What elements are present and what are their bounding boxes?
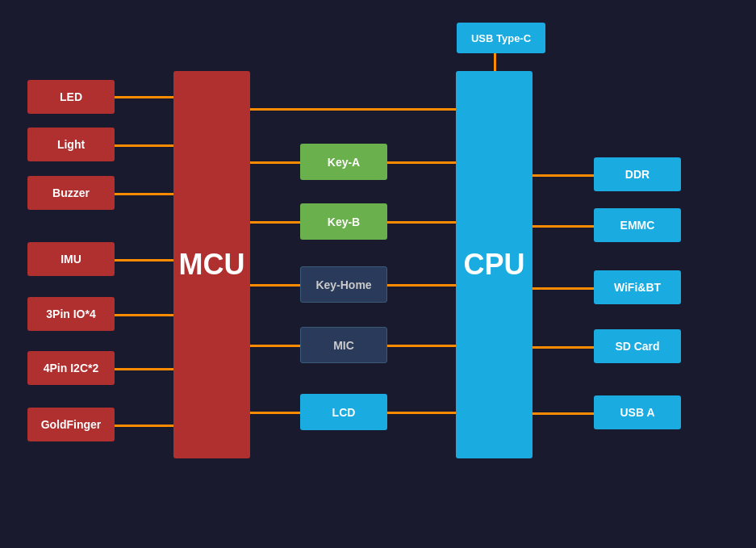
led-box: LED (27, 80, 115, 114)
line-buzzer-mcu (115, 193, 174, 195)
line-cpu-usba (533, 412, 594, 415)
block-diagram: USB Type-C LED Light Buzzer IMU 3Pin IO*… (0, 0, 756, 548)
light-box: Light (27, 128, 115, 161)
line-led-mcu (115, 96, 174, 98)
mcu-box: MCU (173, 71, 250, 458)
line-cpu-sdcard (533, 346, 594, 349)
usb-vertical-line (494, 53, 496, 73)
line-mcu-cpu-1 (250, 108, 457, 111)
3pin-box: 3Pin IO*4 (27, 297, 115, 331)
key-b-box: Key-B (300, 203, 387, 240)
line-light-mcu (115, 144, 174, 147)
4pin-box: 4Pin I2C*2 (27, 351, 115, 385)
usba-box: USB A (594, 395, 681, 429)
line-cpu-ddr (533, 174, 594, 177)
line-mcu-keyb (250, 221, 301, 224)
line-mic-cpu (387, 345, 457, 347)
lcd-box: LCD (300, 394, 387, 430)
cpu-label: CPU (463, 248, 524, 282)
emmc-box: EMMC (594, 208, 681, 242)
line-mcu-keya (250, 161, 301, 164)
line-cpu-emmc (533, 225, 594, 228)
key-a-box: Key-A (300, 144, 387, 180)
wifi-box: WiFi&BT (594, 270, 681, 304)
line-mcu-mic (250, 345, 301, 347)
usb-typec-label: USB Type-C (471, 32, 531, 44)
line-keyb-cpu (387, 221, 457, 224)
mcu-label: MCU (179, 248, 245, 282)
line-gf-mcu (115, 425, 174, 427)
line-mcu-keyhome (250, 284, 301, 287)
line-3pin-mcu (115, 314, 174, 316)
line-imu-mcu (115, 259, 174, 261)
line-keya-cpu (387, 161, 457, 164)
ddr-box: DDR (594, 157, 681, 191)
sdcard-box: SD Card (594, 329, 681, 363)
goldfinger-box: GoldFinger (27, 408, 115, 441)
imu-box: IMU (27, 242, 115, 276)
buzzer-box: Buzzer (27, 176, 115, 210)
line-lcd-cpu (387, 412, 457, 414)
line-4pin-mcu (115, 368, 174, 370)
key-home-box: Key-Home (300, 266, 387, 303)
line-mcu-lcd (250, 412, 301, 414)
line-cpu-wifi (533, 287, 594, 290)
usb-typec-box: USB Type-C (457, 23, 545, 53)
line-keyhome-cpu (387, 284, 457, 287)
mic-box: MIC (300, 327, 387, 363)
cpu-box: CPU (456, 71, 533, 458)
